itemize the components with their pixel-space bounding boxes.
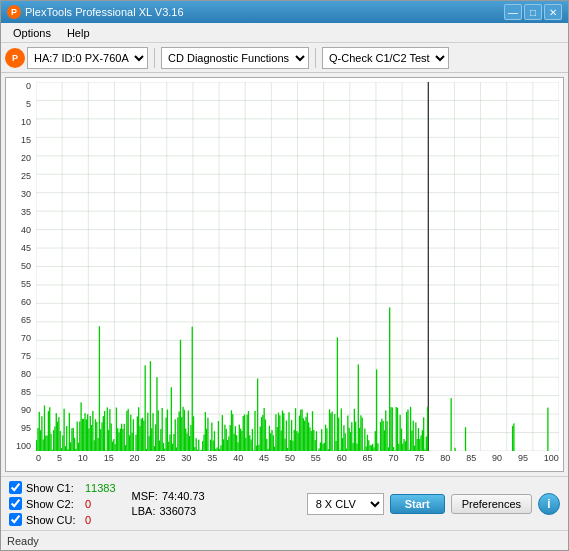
svg-rect-189 [227, 440, 228, 451]
svg-rect-54 [50, 434, 51, 451]
svg-rect-253 [311, 431, 312, 451]
svg-rect-44 [37, 428, 38, 451]
svg-rect-58 [56, 413, 57, 451]
svg-rect-294 [364, 429, 365, 451]
show-c1-checkbox[interactable] [9, 481, 22, 494]
svg-rect-313 [389, 307, 390, 451]
svg-rect-322 [401, 429, 402, 451]
close-button[interactable]: ✕ [544, 4, 562, 20]
svg-rect-260 [320, 442, 321, 451]
svg-rect-306 [380, 422, 381, 451]
svg-rect-281 [347, 416, 348, 451]
svg-rect-248 [304, 421, 305, 451]
svg-rect-122 [139, 426, 140, 451]
y-label: 100 [6, 442, 34, 451]
preferences-button[interactable]: Preferences [451, 494, 532, 514]
svg-rect-319 [397, 408, 398, 451]
x-label: 80 [440, 453, 450, 463]
svg-rect-123 [141, 419, 142, 451]
svg-rect-101 [112, 442, 113, 451]
svg-rect-333 [415, 422, 416, 451]
svg-rect-71 [73, 428, 74, 451]
svg-rect-216 [262, 415, 263, 451]
drive-select[interactable]: HA:7 ID:0 PX-760A [27, 47, 148, 69]
show-c2-checkbox[interactable] [9, 497, 22, 510]
x-label: 55 [311, 453, 321, 463]
main-window: P PlexTools Professional XL V3.16 — □ ✕ … [0, 0, 569, 551]
svg-rect-288 [356, 444, 357, 451]
show-cu-checkbox[interactable] [9, 513, 22, 526]
c1-value: 11383 [85, 482, 116, 494]
y-label: 55 [6, 280, 34, 289]
svg-rect-94 [103, 416, 104, 451]
svg-rect-269 [331, 412, 332, 451]
speed-select[interactable]: 8 X CLV4 X CLV16 X CLVMAX [307, 493, 384, 515]
svg-rect-187 [224, 425, 225, 451]
svg-rect-315 [392, 407, 393, 451]
svg-rect-125 [143, 421, 144, 451]
info-button[interactable]: i [538, 493, 560, 515]
svg-rect-110 [124, 424, 125, 451]
svg-rect-292 [362, 418, 363, 451]
msf-row: MSF: 74:40.73 [132, 490, 205, 502]
svg-rect-117 [133, 419, 134, 451]
svg-rect-199 [240, 429, 241, 451]
svg-rect-303 [376, 369, 377, 451]
svg-rect-48 [43, 439, 44, 451]
function-select[interactable]: CD Diagnostic Functions [161, 47, 309, 69]
menu-help[interactable]: Help [59, 25, 98, 41]
toolbar: P HA:7 ID:0 PX-760A CD Diagnostic Functi… [1, 43, 568, 73]
show-c2-label: Show C2: [26, 498, 81, 510]
menu-options[interactable]: Options [5, 25, 59, 41]
svg-rect-91 [99, 326, 100, 451]
svg-rect-268 [330, 413, 331, 451]
status-text: Ready [7, 535, 39, 547]
svg-rect-90 [97, 438, 98, 451]
svg-rect-115 [130, 415, 131, 451]
svg-rect-302 [375, 431, 376, 451]
svg-rect-114 [129, 435, 130, 451]
svg-rect-273 [337, 337, 338, 451]
svg-rect-233 [284, 439, 285, 451]
svg-rect-57 [54, 427, 55, 451]
svg-rect-296 [367, 435, 368, 451]
svg-rect-153 [180, 340, 181, 451]
msf-value: 74:40.73 [162, 490, 205, 502]
svg-rect-254 [312, 411, 313, 451]
svg-rect-197 [237, 442, 238, 451]
svg-rect-119 [135, 435, 136, 451]
svg-rect-245 [300, 410, 301, 451]
svg-rect-300 [372, 444, 373, 451]
svg-rect-146 [171, 387, 172, 451]
svg-rect-126 [145, 365, 146, 451]
x-label: 100 [544, 453, 559, 463]
svg-rect-284 [351, 422, 352, 451]
svg-rect-149 [175, 419, 176, 451]
y-label: 80 [6, 370, 34, 379]
svg-rect-311 [386, 421, 387, 451]
svg-rect-159 [188, 410, 189, 451]
svg-rect-56 [53, 430, 54, 451]
svg-rect-297 [368, 440, 369, 451]
svg-rect-138 [160, 429, 161, 451]
svg-rect-140 [163, 443, 164, 451]
svg-rect-261 [321, 429, 322, 451]
svg-rect-229 [279, 415, 280, 451]
svg-rect-257 [316, 431, 317, 451]
x-label: 35 [207, 453, 217, 463]
svg-rect-310 [385, 410, 386, 451]
test-select[interactable]: Q-Check C1/C2 Test [322, 47, 449, 69]
svg-rect-221 [269, 426, 270, 451]
svg-rect-230 [281, 431, 282, 451]
window-title: PlexTools Professional XL V3.16 [25, 6, 184, 18]
checkbox-group: Show C1: 11383 Show C2: 0 Show CU: 0 [9, 481, 116, 526]
start-button[interactable]: Start [390, 494, 445, 514]
y-label: 30 [6, 190, 34, 199]
svg-rect-186 [223, 439, 224, 451]
minimize-button[interactable]: — [504, 4, 522, 20]
svg-rect-177 [211, 423, 212, 451]
svg-rect-243 [298, 433, 299, 451]
maximize-button[interactable]: □ [524, 4, 542, 20]
y-label: 45 [6, 244, 34, 253]
svg-rect-165 [196, 438, 197, 451]
